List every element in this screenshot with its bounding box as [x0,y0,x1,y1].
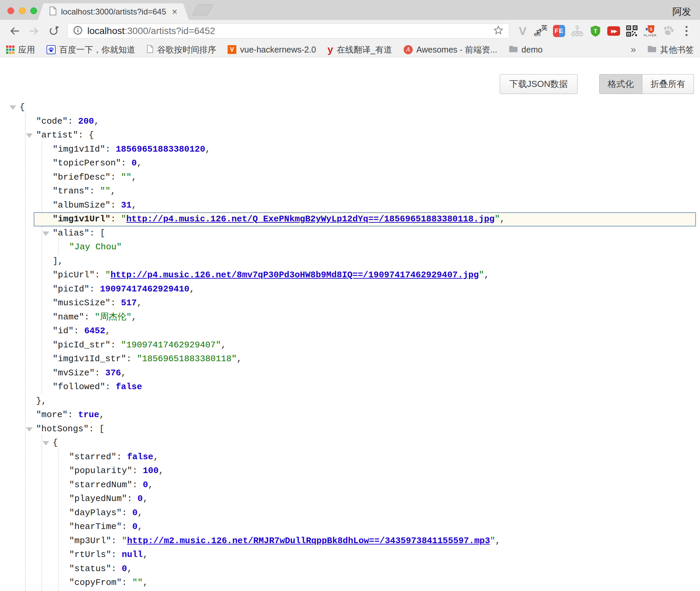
other-bookmarks[interactable]: 其他书签 [647,44,694,55]
json-str: " [479,270,484,280]
svg-text:5: 5 [650,27,652,32]
reload-button[interactable] [45,23,62,39]
fe-helper-icon[interactable]: FE [552,24,566,38]
collapse-triangle-icon[interactable] [26,133,33,138]
bookmark-vue-hackernews[interactable]: V vue-hackernews-2.0 [228,45,316,55]
json-value: "" [132,578,143,588]
format-button[interactable]: 格式化 [599,74,642,94]
json-key: "code" [36,116,68,126]
json-key: "copyFrom" [69,578,122,588]
json-punc: : [116,452,127,462]
json-punc: }, [36,396,47,406]
json-punc: , [121,368,126,378]
json-row: "picId": 19097417462929410, [0,282,700,297]
site-info-icon[interactable] [73,26,83,36]
collapse-all-button[interactable]: 折叠所有 [642,74,694,94]
download-json-button[interactable]: 下载JSON数据 [500,74,578,94]
bookmark-awesomes[interactable]: A Awesomes - 前端资... [404,44,497,55]
collapse-triangle-icon[interactable] [9,105,16,110]
url-text[interactable]: localhost:3000/artists?id=6452 [87,26,489,36]
json-key: "mvSize" [53,368,95,378]
json-key: "hearTime" [69,522,122,532]
awesomes-a-icon: A [404,45,413,54]
json-value: "Jay Chou" [69,242,122,252]
json-row: "picUrl": "http://p4.music.126.net/8mv7q… [0,268,700,282]
forward-button[interactable] [26,23,42,39]
json-link-value[interactable]: http://m2.music.126.net/RMJR7wDullRqppBk… [127,536,490,546]
json-punc: : [127,494,138,504]
json-row: "img1v1Id": 18569651883380120, [0,143,700,157]
json-row: "img1v1Id_str": "18569651883380118", [0,352,700,366]
sitemap-icon[interactable] [570,24,585,38]
collapse-triangle-icon[interactable] [42,441,49,445]
new-tab-button[interactable] [192,4,213,15]
browser-toolbar: localhost:3000/artists?id=6452 V 英 en ⇄ … [0,20,700,42]
qr-code-icon[interactable] [624,24,639,38]
html5-player-icon[interactable]: 5 PLAYER [643,24,658,38]
json-row: "artist": { [0,128,700,143]
folder-icon [647,45,657,54]
video-speed-icon[interactable]: ▶▶ [606,24,621,38]
bookmark-youdao[interactable]: y 在线翻译_有道 [327,44,392,55]
tab-close-icon[interactable]: × [172,7,177,17]
minimize-window-button[interactable] [19,7,26,14]
json-value: true [78,410,99,420]
json-punc: , [99,410,105,420]
json-link-value[interactable]: http://p4.music.126.net/Q_ExePNkmgB2yWyL… [126,214,494,224]
json-value: "18569651883380118" [137,354,237,364]
bookmark-baidu[interactable]: 百度一下，你就知道 [47,44,135,55]
json-punc: , [153,452,159,462]
json-row: "code": 200, [0,115,700,129]
json-punc: : [121,158,132,168]
json-key: "img1v1Url" [53,214,111,224]
json-row: "hotSongs": [ [0,422,700,436]
json-row: "alias": [ [0,226,700,241]
bookmark-google-sort[interactable]: 谷歌按时间排序 [147,44,216,55]
json-punc: : [122,578,132,588]
json-key: "musicSize" [53,298,111,308]
close-window-button[interactable] [7,7,14,14]
tampermonkey-icon[interactable]: T [588,24,603,38]
json-key: "picId_str" [53,340,111,350]
tab-strip: localhost:3000/artists?id=645 × 阿发 [0,0,700,20]
json-punc: , [205,144,211,154]
json-key: "picUrl" [53,270,95,280]
json-value: 0 [132,158,137,168]
bookmark-star-icon[interactable] [493,25,503,37]
json-punc: , [105,326,111,336]
back-button[interactable] [6,23,23,39]
collapse-triangle-icon[interactable] [42,231,49,236]
bookmark-apps[interactable]: 应用 [6,44,35,55]
json-key: "status" [69,564,111,574]
profile-name[interactable]: 阿发 [672,5,691,18]
browser-menu-icon[interactable] [679,24,694,38]
browser-tab[interactable]: localhost:3000/artists?id=645 × [38,3,189,20]
json-row: "img1v1Url": "http://p4.music.126.net/Q_… [34,212,696,226]
json-key: "briefDesc" [53,172,111,182]
collapse-triangle-icon[interactable] [26,427,33,432]
json-punc: : [95,270,105,280]
json-row: "trans": "", [0,184,700,198]
paw-icon[interactable] [661,24,676,38]
json-punc: [ [100,228,105,238]
json-str: " [105,270,111,280]
json-punc: [ [99,424,105,434]
json-link-value[interactable]: http://p4.music.126.net/8mv7qP30Pd3oHW8b… [111,270,479,280]
translator-icon[interactable]: 英 en ⇄ [533,24,548,38]
json-punc: : [89,284,100,294]
json-punc: : [84,312,95,322]
json-row: "albumSize": 31, [0,198,700,213]
json-punc: : [89,186,100,196]
url-field[interactable]: localhost:3000/artists?id=6452 [67,24,509,38]
json-punc: , [143,578,148,588]
json-row: "topicPerson": 0, [0,156,700,170]
json-key: "starredNum" [69,480,132,490]
json-punc: , [237,354,242,364]
fullscreen-window-button[interactable] [30,7,37,14]
vue-devtools-icon[interactable]: V [515,24,530,38]
bookmark-demo-folder[interactable]: demo [509,45,543,55]
json-key: "hotSongs" [36,424,89,434]
json-key: "name" [53,312,84,322]
youdao-y-icon: y [327,44,333,55]
bookmarks-overflow-chevron[interactable]: » [631,44,636,55]
